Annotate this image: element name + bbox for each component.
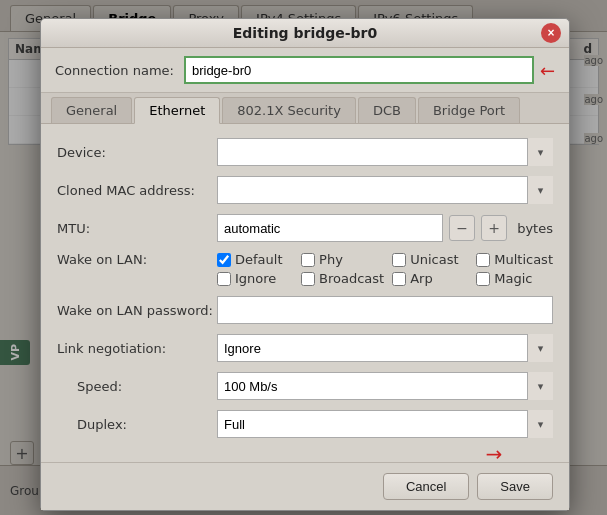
wol-checkboxes: Default Phy Unicast Multicast [217, 252, 553, 286]
wol-password-row: Wake on LAN password: [57, 296, 553, 324]
wol-item-default[interactable]: Default [217, 252, 293, 267]
link-neg-row: Link negotiation: Ignore Automatic Manua… [57, 334, 553, 362]
wol-checkbox-multicast[interactable] [476, 253, 490, 267]
link-neg-control: Ignore Automatic Manual ▾ [217, 334, 553, 362]
tab-general[interactable]: General [51, 97, 132, 123]
wol-item-arp[interactable]: Arp [392, 271, 468, 286]
duplex-select-wrap: Full Half ▾ [217, 410, 553, 438]
speed-select-wrap: 100 Mb/s 10 Mb/s 1000 Mb/s ▾ [217, 372, 553, 400]
wol-label-arp: Arp [410, 271, 433, 286]
mtu-row-inner: − + bytes [217, 214, 553, 242]
mtu-plus-button[interactable]: + [481, 215, 507, 241]
wol-checkbox-phy[interactable] [301, 253, 315, 267]
wol-item-multicast[interactable]: Multicast [476, 252, 553, 267]
modal-footer: ↗ Cancel Save [41, 462, 569, 510]
speed-row: Speed: 100 Mb/s 10 Mb/s 1000 Mb/s ▾ [57, 372, 553, 400]
device-select[interactable] [217, 138, 553, 166]
device-label: Device: [57, 145, 217, 160]
mtu-control: − + bytes [217, 214, 553, 242]
tab-8021x[interactable]: 802.1X Security [222, 97, 356, 123]
wol-item-magic[interactable]: Magic [476, 271, 553, 286]
connection-name-input[interactable] [184, 56, 534, 84]
link-neg-select-wrap: Ignore Automatic Manual ▾ [217, 334, 553, 362]
wol-checkbox-ignore[interactable] [217, 272, 231, 286]
modal-body: Device: ▾ Cloned MAC address: ▾ [41, 124, 569, 462]
duplex-row: Duplex: Full Half ▾ [57, 410, 553, 438]
cloned-mac-label: Cloned MAC address: [57, 183, 217, 198]
tab-dcb[interactable]: DCB [358, 97, 416, 123]
cloned-mac-row: Cloned MAC address: ▾ [57, 176, 553, 204]
mtu-input[interactable] [217, 214, 443, 242]
wol-label-phy: Phy [319, 252, 343, 267]
wol-row: Wake on LAN: Default Phy Unicast [57, 252, 553, 286]
wol-label-ignore: Ignore [235, 271, 276, 286]
modal-title: Editing bridge-br0 [233, 25, 377, 41]
wol-password-control [217, 296, 553, 324]
cloned-mac-select[interactable] [217, 176, 553, 204]
cancel-button[interactable]: Cancel [383, 473, 469, 500]
link-neg-select[interactable]: Ignore Automatic Manual [217, 334, 553, 362]
tab-bridge-port[interactable]: Bridge Port [418, 97, 520, 123]
wol-item-ignore[interactable]: Ignore [217, 271, 293, 286]
wol-label: Wake on LAN: [57, 252, 217, 267]
save-button[interactable]: Save [477, 473, 553, 500]
wol-control: Default Phy Unicast Multicast [217, 252, 553, 286]
duplex-control: Full Half ▾ [217, 410, 553, 438]
device-row: Device: ▾ [57, 138, 553, 166]
wol-label-default: Default [235, 252, 283, 267]
wol-password-label: Wake on LAN password: [57, 303, 217, 318]
tab-ethernet[interactable]: Ethernet [134, 97, 220, 124]
speed-label: Speed: [57, 379, 217, 394]
link-neg-label: Link negotiation: [57, 341, 217, 356]
duplex-label: Duplex: [57, 417, 217, 432]
modal-close-button[interactable]: × [541, 23, 561, 43]
wol-checkbox-magic[interactable] [476, 272, 490, 286]
mtu-row: MTU: − + bytes [57, 214, 553, 242]
wol-item-unicast[interactable]: Unicast [392, 252, 468, 267]
speed-control: 100 Mb/s 10 Mb/s 1000 Mb/s ▾ [217, 372, 553, 400]
modal-dialog: Editing bridge-br0 × Connection name: ← … [40, 18, 570, 511]
wol-checkbox-unicast[interactable] [392, 253, 406, 267]
mtu-minus-button[interactable]: − [449, 215, 475, 241]
connection-name-label: Connection name: [55, 63, 174, 78]
wol-checkbox-arp[interactable] [392, 272, 406, 286]
device-select-wrap: ▾ [217, 138, 553, 166]
duplex-select[interactable]: Full Half [217, 410, 553, 438]
mtu-label: MTU: [57, 221, 217, 236]
wol-label-unicast: Unicast [410, 252, 458, 267]
input-arrow-icon: ← [540, 60, 555, 81]
connection-name-row: Connection name: ← [41, 48, 569, 93]
wol-checkbox-default[interactable] [217, 253, 231, 267]
wol-item-broadcast[interactable]: Broadcast [301, 271, 384, 286]
device-control: ▾ [217, 138, 553, 166]
wol-item-phy[interactable]: Phy [301, 252, 384, 267]
wol-label-broadcast: Broadcast [319, 271, 384, 286]
cloned-mac-control: ▾ [217, 176, 553, 204]
speed-select[interactable]: 100 Mb/s 10 Mb/s 1000 Mb/s [217, 372, 553, 400]
wol-label-magic: Magic [494, 271, 532, 286]
modal-tab-bar: General Ethernet 802.1X Security DCB Bri… [41, 93, 569, 124]
wol-label-multicast: Multicast [494, 252, 553, 267]
connection-name-input-wrap: ← [184, 56, 555, 84]
cloned-mac-select-wrap: ▾ [217, 176, 553, 204]
bytes-label: bytes [517, 221, 553, 236]
modal-titlebar: Editing bridge-br0 × [41, 19, 569, 48]
wol-checkbox-broadcast[interactable] [301, 272, 315, 286]
wol-password-input[interactable] [217, 296, 553, 324]
